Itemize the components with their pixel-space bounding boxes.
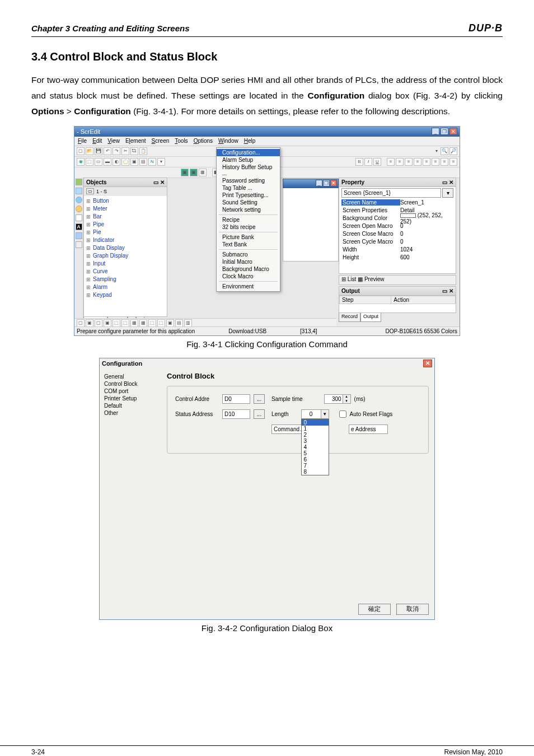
color-swatch[interactable] <box>400 213 416 218</box>
chevron-up-icon[interactable]: ▲ <box>343 395 350 399</box>
close-icon[interactable]: ✕ <box>330 180 337 186</box>
dd-option[interactable]: 5 <box>302 450 329 456</box>
tool-icon[interactable]: ⬚ <box>121 319 129 327</box>
chevron-down-icon[interactable]: ▾ <box>442 188 453 198</box>
dropdown-item[interactable]: 32 bits recipe <box>217 223 280 231</box>
underline-icon[interactable]: U <box>373 158 381 166</box>
bold-icon[interactable]: B <box>355 158 363 166</box>
rail-icon[interactable] <box>76 206 82 212</box>
tree-item-data-display[interactable]: Data Display <box>86 244 165 252</box>
length-dropdown[interactable]: ▼ 0 1 2 3 4 5 6 7 8 <box>301 409 329 419</box>
tool-icon[interactable]: ▦ <box>199 169 207 176</box>
dropdown-item[interactable]: Sound Setting <box>217 199 280 206</box>
list-preview-toggle[interactable]: ⊞ List ▦ Preview <box>339 275 456 285</box>
tool-icon[interactable]: ◐ <box>113 158 120 166</box>
dropdown-item[interactable]: Initial Macro <box>217 258 280 265</box>
copy-icon[interactable]: ⿻ <box>130 147 138 155</box>
open-icon[interactable]: 📂 <box>86 147 93 155</box>
align-icon[interactable]: ≡ <box>441 158 448 166</box>
length-input[interactable] <box>302 410 321 418</box>
rail-icon[interactable] <box>76 197 82 203</box>
tool-icon[interactable]: ▦ <box>139 319 147 327</box>
dropdown-item[interactable]: History Buffer Setup ... <box>217 164 280 177</box>
rail-icon[interactable] <box>76 214 82 221</box>
tab-record[interactable]: Record <box>339 313 360 322</box>
tool-icon[interactable]: ⬚ <box>148 319 156 327</box>
objects-panel-header[interactable]: Objects ▭ ✕ <box>83 178 167 187</box>
window-titlebar[interactable]: - ScrEdit _ ❐ ✕ <box>74 127 460 137</box>
dd-option[interactable]: 1 <box>302 426 329 432</box>
options-dropdown[interactable]: Configuration... Alarm Setup History Buf… <box>216 147 280 292</box>
tree-item-graph-display[interactable]: Graph Display <box>86 252 165 260</box>
dropdown-item[interactable]: Password setting <box>217 177 280 184</box>
menu-view[interactable]: View <box>107 138 120 144</box>
menu-window[interactable]: Window <box>218 138 238 144</box>
tree-item-input[interactable]: Input <box>86 260 165 268</box>
undo-icon[interactable]: ↶ <box>104 147 111 155</box>
close-icon[interactable]: ✕ <box>423 360 432 367</box>
tool-icon[interactable]: ▥ <box>184 319 192 327</box>
tool-icon[interactable]: ▤ <box>139 158 147 166</box>
zoom-out-icon[interactable]: 🔎 <box>449 147 457 155</box>
dd-option[interactable]: 2 <box>302 432 329 438</box>
side-item-printer-setup[interactable]: Printer Setup <box>104 395 157 402</box>
property-screen-select[interactable] <box>341 188 441 198</box>
cancel-button[interactable]: 取消 <box>396 604 429 615</box>
dropdown-item[interactable]: Print Typesetting... <box>217 192 280 199</box>
menu-file[interactable]: FFileile <box>78 138 87 144</box>
menu-tools[interactable]: Tools <box>175 138 188 144</box>
dropdown-item-configuration[interactable]: Configuration... <box>217 149 280 156</box>
tool-icon[interactable]: ⬚ <box>113 319 120 327</box>
align-icon[interactable]: ≡ <box>449 158 457 166</box>
rail-icon[interactable] <box>76 241 82 248</box>
prop-val[interactable]: 0 <box>400 239 453 245</box>
dropdown-item[interactable]: Recipe <box>217 216 280 223</box>
tree-item-indicator[interactable]: Indicator <box>86 236 165 244</box>
side-item-com-port[interactable]: COM port <box>104 388 157 395</box>
align-icon[interactable]: ≡ <box>405 158 413 166</box>
dropdown-item[interactable]: Submacro <box>217 251 280 258</box>
prop-val[interactable]: 1024 <box>400 246 453 253</box>
paste-icon[interactable]: 📋 <box>139 147 147 155</box>
dd-option[interactable]: 7 <box>302 463 329 469</box>
save-icon[interactable]: 💾 <box>95 147 102 155</box>
dialog-titlebar[interactable]: Configuration ✕ <box>100 358 434 368</box>
tree-item-meter[interactable]: Meter <box>86 205 165 213</box>
dropdown-item[interactable]: Alarm Setup <box>217 156 280 164</box>
tool-icon[interactable]: ◯ <box>121 158 129 166</box>
menu-edit[interactable]: Edit <box>92 138 102 144</box>
tree-item-curve[interactable]: Curve <box>86 268 165 276</box>
prop-val[interactable]: 0 <box>400 231 453 237</box>
dropdown-item[interactable]: Tag Table ... <box>217 184 280 192</box>
ok-button[interactable]: 確定 <box>358 604 391 615</box>
dropdown-item[interactable]: Environment <box>217 283 280 290</box>
blank-doc-window[interactable]: _ ❐ ✕ <box>283 179 339 263</box>
tree-item-pie[interactable]: Pie <box>86 228 165 236</box>
tool-icon[interactable]: ▢ <box>77 319 85 327</box>
rail-icon[interactable] <box>76 179 82 185</box>
align-icon[interactable]: ≡ <box>414 158 421 166</box>
align-icon[interactable]: ≡ <box>396 158 404 166</box>
align-icon[interactable]: ≡ <box>423 158 430 166</box>
dd-option[interactable]: 6 <box>302 456 329 463</box>
status-addr-picker[interactable]: ... <box>254 409 265 419</box>
tool-icon[interactable]: ⬚ <box>157 319 165 327</box>
tree-item-alarm[interactable]: Alarm <box>86 283 165 291</box>
chevron-down-icon[interactable]: ▼ <box>343 399 350 403</box>
rail-icon[interactable]: A <box>76 223 82 230</box>
prop-val[interactable]: Screen_1 <box>400 199 453 206</box>
side-item-other[interactable]: Other <box>104 409 157 417</box>
new-icon[interactable]: ▢ <box>77 147 85 155</box>
minimize-icon[interactable]: _ <box>432 128 439 135</box>
menu-options[interactable]: Options <box>194 138 213 144</box>
sample-time-stepper[interactable]: ▲▼ <box>324 394 351 404</box>
menubar[interactable]: FFileile Edit View Element Screen Tools … <box>74 137 460 146</box>
dropdown-item[interactable]: Background Macro <box>217 265 280 273</box>
prop-val[interactable]: 600 <box>400 254 453 260</box>
tree-item-keypad[interactable]: Keypad <box>86 291 165 299</box>
tool-icon[interactable]: ▣ <box>104 319 111 327</box>
close-icon[interactable]: ✕ <box>449 128 457 135</box>
tool-icon[interactable]: ▦ <box>130 319 138 327</box>
property-panel-header[interactable]: Property ▭ ✕ <box>339 178 456 187</box>
chevron-down-icon[interactable]: ▼ <box>321 410 329 418</box>
